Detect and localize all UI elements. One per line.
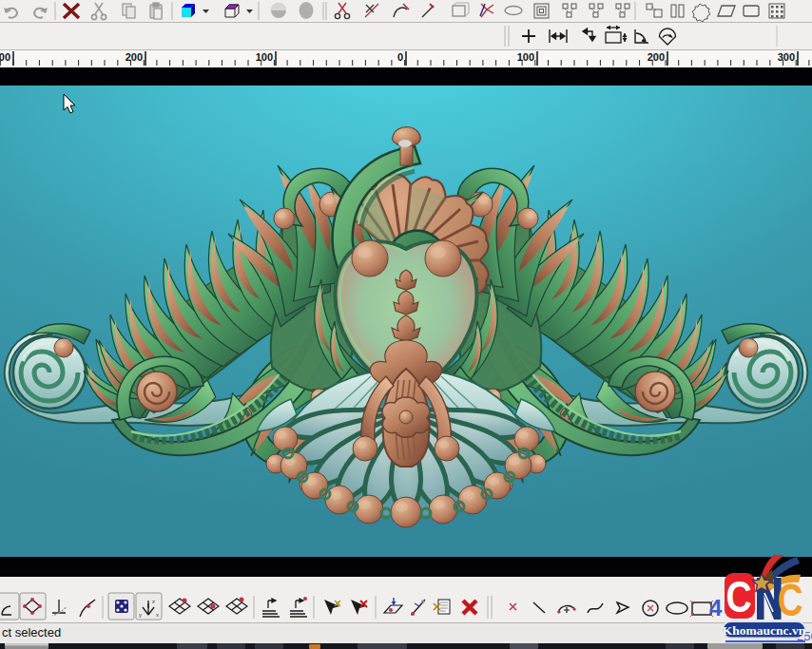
svg-text:z: z	[152, 599, 155, 604]
svg-text:C: C	[778, 575, 803, 626]
svg-text:Khomaucnc.vn: Khomaucnc.vn	[723, 623, 806, 638]
svg-text:200: 200	[648, 51, 665, 63]
svg-text:0: 0	[397, 51, 403, 63]
svg-text:100: 100	[517, 51, 534, 63]
svg-text:300: 300	[0, 51, 10, 63]
svg-text:200: 200	[126, 51, 143, 63]
svg-text:300: 300	[778, 51, 795, 63]
svg-text:x: x	[156, 612, 159, 618]
svg-text:y: y	[139, 612, 142, 618]
svg-text:100: 100	[256, 51, 273, 63]
